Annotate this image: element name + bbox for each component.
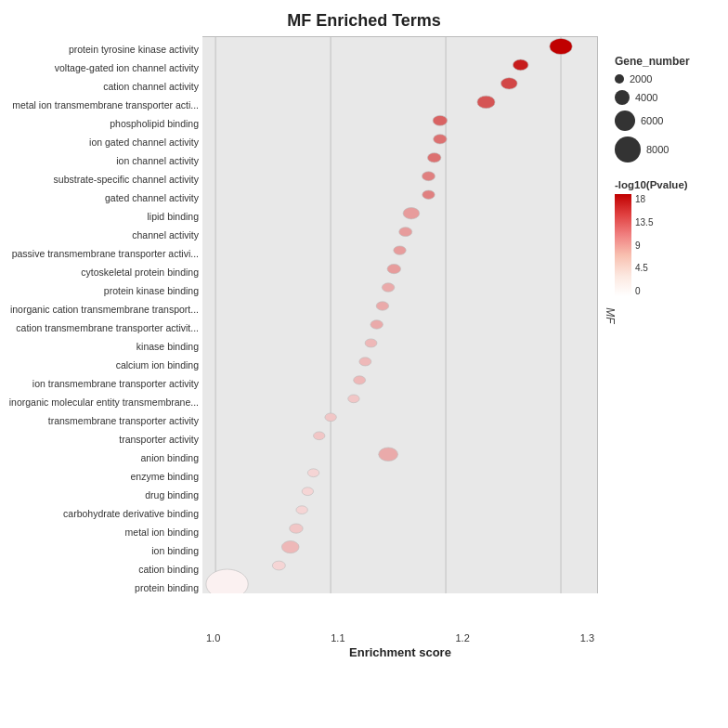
svg-point-22 [354, 376, 366, 384]
legend-dot-label: 4000 [635, 92, 657, 103]
svg-point-9 [434, 135, 447, 144]
x-tick: 1.3 [580, 632, 594, 644]
y-label: gated channel activity [7, 188, 199, 207]
svg-point-5 [513, 59, 528, 71]
svg-point-18 [376, 302, 388, 310]
size-legend-title: Gene_number [615, 55, 728, 68]
x-axis-label: Enrichment score [202, 645, 598, 659]
legend-dot-label: 6000 [641, 115, 663, 126]
svg-point-10 [427, 153, 440, 162]
svg-point-21 [359, 358, 371, 366]
color-tick: 9 [635, 240, 653, 251]
y-label: cation transmembrane transporter activit… [7, 318, 199, 337]
svg-point-19 [370, 320, 383, 329]
legend-dot [615, 136, 641, 162]
y-label: kinase binding [7, 337, 199, 356]
svg-point-30 [290, 524, 303, 533]
y-label: lipid binding [7, 207, 199, 226]
svg-point-4 [550, 38, 572, 54]
x-ticks: 1.01.11.21.3 [202, 632, 598, 644]
svg-point-12 [422, 190, 435, 199]
legend-dot-label: 8000 [646, 144, 669, 155]
svg-point-7 [477, 96, 495, 109]
svg-point-27 [307, 469, 318, 477]
color-bar [615, 194, 631, 296]
y-axis-labels: protein tyrosine kinase activityvoltage-… [7, 36, 202, 630]
y-label: substrate-specific channel activity [7, 170, 199, 188]
y-label: voltage-gated ion channel activity [7, 58, 199, 77]
color-ticks: 1813.594.50 [635, 194, 653, 296]
y-label: ion gated channel activity [7, 133, 199, 151]
y-label: transporter activity [7, 430, 199, 448]
x-tick: 1.1 [331, 632, 344, 644]
scatter-plot [202, 37, 597, 593]
y-label: metal ion binding [7, 523, 199, 541]
legend-dot [615, 110, 635, 131]
y-label: cytoskeletal protein binding [7, 263, 199, 281]
svg-point-14 [399, 228, 412, 237]
svg-point-33 [206, 569, 248, 593]
y-label: protein kinase binding [7, 281, 199, 300]
size-legend-item: 8000 [615, 136, 728, 162]
legend-dot [615, 90, 630, 105]
size-legend-item: 6000 [615, 110, 728, 131]
color-tick: 0 [635, 286, 653, 296]
y-label: channel activity [7, 226, 199, 244]
svg-point-20 [365, 339, 377, 347]
svg-point-11 [422, 172, 436, 181]
x-tick: 1.0 [206, 632, 220, 644]
y-label: cation binding [7, 560, 199, 578]
legend-dot-label: 2000 [630, 73, 652, 84]
legend-dot [615, 74, 624, 84]
color-legend-title: -log10(Pvalue) [615, 179, 728, 190]
svg-point-23 [348, 395, 359, 403]
svg-point-6 [500, 78, 517, 89]
y-label: anion binding [7, 448, 199, 467]
svg-point-16 [387, 264, 400, 273]
y-label: ion channel activity [7, 151, 199, 170]
y-label: carbohydrate derivative binding [7, 504, 199, 523]
y-label: metal ion transmembrane transporter acti… [7, 96, 199, 114]
size-legend-item: 2000 [615, 73, 728, 84]
y-label: phospholipid binding [7, 114, 199, 133]
y-label: inorganic molecular entity transmembrane… [7, 393, 199, 411]
svg-point-26 [379, 448, 398, 462]
svg-point-24 [325, 413, 336, 422]
x-tick: 1.2 [455, 632, 469, 644]
svg-point-8 [433, 115, 448, 125]
color-tick: 18 [635, 194, 653, 204]
mf-panel-label: MF [603, 307, 616, 323]
svg-point-29 [296, 506, 307, 514]
chart-title: MF Enriched Terms [0, 0, 728, 31]
svg-point-32 [272, 561, 285, 570]
legend-area: Gene_number 2000400060008000 -log10(Pval… [598, 36, 728, 630]
size-legend-dots: 2000400060008000 [615, 73, 728, 162]
y-label: passive transmembrane transporter activi… [7, 244, 199, 263]
y-label: ion binding [7, 541, 199, 560]
y-label: inorganic cation transmembrane transport… [7, 300, 199, 318]
color-bar-container: 1813.594.50 [615, 194, 728, 296]
svg-point-31 [281, 541, 299, 553]
svg-point-13 [403, 207, 420, 218]
y-label: enzyme binding [7, 467, 199, 486]
y-label: protein binding [7, 578, 199, 597]
y-label: ion transmembrane transporter activity [7, 374, 199, 393]
svg-point-15 [394, 246, 406, 254]
y-label: protein tyrosine kinase activity [7, 40, 199, 58]
y-label: calcium ion binding [7, 356, 199, 374]
color-tick: 4.5 [635, 263, 653, 273]
color-legend: -log10(Pvalue) 1813.594.50 [615, 179, 728, 296]
y-label: drug binding [7, 486, 199, 504]
svg-point-17 [382, 283, 394, 292]
y-label: cation channel activity [7, 77, 199, 96]
svg-point-28 [302, 488, 313, 496]
color-tick: 13.5 [635, 217, 653, 228]
chart-container: MF Enriched Terms protein tyrosine kinas… [0, 0, 728, 728]
y-label: transmembrane transporter activity [7, 411, 199, 430]
svg-point-25 [314, 432, 325, 440]
size-legend-item: 4000 [615, 90, 728, 105]
